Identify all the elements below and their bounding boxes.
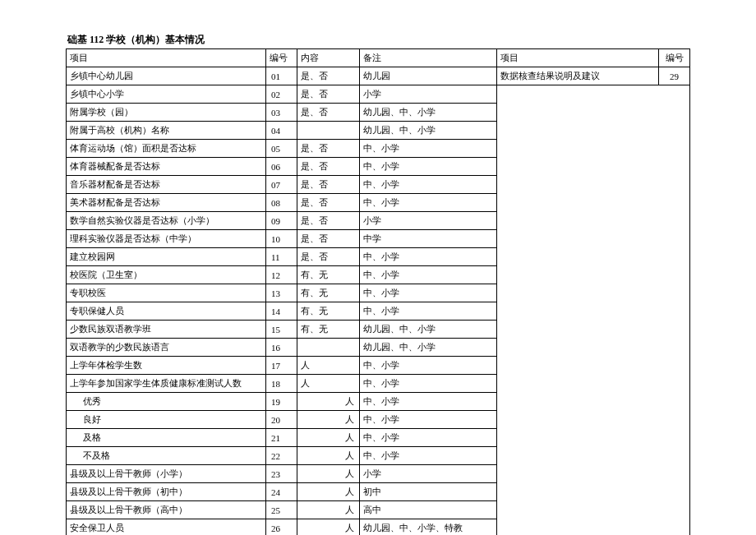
header-item-left: 项目 — [67, 49, 266, 67]
cell-remark: 高中 — [359, 501, 496, 519]
cell-item: 上学年参加国家学生体质健康标准测试人数 — [67, 375, 266, 393]
cell-num: 03 — [265, 104, 297, 122]
cell-remark: 中、小学 — [359, 248, 496, 266]
table-header-row: 项目 编号 内容 备注 项目 编号 — [67, 49, 690, 67]
cell-remark: 中、小学 — [359, 393, 496, 411]
cell-remark: 中、小学 — [359, 429, 496, 447]
cell-num: 10 — [265, 230, 297, 248]
header-item-right: 项目 — [496, 49, 658, 67]
cell-item: 附属学校（园） — [67, 104, 266, 122]
cell-content — [297, 122, 359, 140]
cell-content: 是、否 — [297, 158, 359, 176]
cell-num: 15 — [265, 321, 297, 339]
header-num-right: 编号 — [659, 49, 690, 67]
cell-num: 23 — [265, 465, 297, 483]
cell-item: 建立校园网 — [67, 248, 266, 266]
cell-num: 19 — [265, 393, 297, 411]
cell-item: 县级及以上骨干教师（高中） — [67, 501, 266, 519]
cell-content: 人 — [297, 519, 359, 536]
cell-item: 附属于高校（机构）名称 — [67, 122, 266, 140]
cell-content: 是、否 — [297, 104, 359, 122]
cell-content: 有、无 — [297, 266, 359, 284]
cell-num: 20 — [265, 411, 297, 429]
cell-remark: 中、小学 — [359, 140, 496, 158]
cell-content: 是、否 — [297, 67, 359, 85]
cell-item: 专职保健人员 — [67, 302, 266, 321]
cell-num: 25 — [265, 501, 297, 519]
cell-content: 是、否 — [297, 212, 359, 230]
cell-remark: 初中 — [359, 483, 496, 501]
cell-num: 01 — [265, 67, 297, 85]
cell-content: 人 — [297, 501, 359, 519]
cell-content: 人 — [297, 411, 359, 429]
cell-remark: 中学 — [359, 230, 496, 248]
cell-item: 少数民族双语教学班 — [67, 321, 266, 339]
cell-num: 17 — [265, 357, 297, 375]
cell-item: 美术器材配备是否达标 — [67, 194, 266, 212]
cell-content: 是、否 — [297, 176, 359, 194]
cell-content: 是、否 — [297, 194, 359, 212]
cell-content: 有、无 — [297, 284, 359, 302]
cell-content: 有、无 — [297, 321, 359, 339]
cell-remark: 中、小学 — [359, 357, 496, 375]
cell-num: 14 — [265, 302, 297, 321]
cell-item: 乡镇中心幼儿园 — [67, 67, 266, 85]
cell-remark: 中、小学 — [359, 176, 496, 194]
cell-num: 07 — [265, 176, 297, 194]
cell-remark: 中、小学 — [359, 447, 496, 465]
header-content: 内容 — [297, 49, 359, 67]
header-remark: 备注 — [359, 49, 496, 67]
cell-item: 双语教学的少数民族语言 — [67, 339, 266, 357]
cell-num: 12 — [265, 266, 297, 284]
cell-content: 是、否 — [297, 140, 359, 158]
cell-content: 有、无 — [297, 302, 359, 321]
cell-remark: 中、小学 — [359, 194, 496, 212]
cell-remark: 中、小学 — [359, 284, 496, 302]
cell-remark: 中、小学 — [359, 302, 496, 321]
cell-remark: 小学 — [359, 465, 496, 483]
cell-remark: 幼儿园 — [359, 67, 496, 85]
cell-item: 上学年体检学生数 — [67, 357, 266, 375]
cell-remark: 中、小学 — [359, 375, 496, 393]
cell-content: 人 — [297, 357, 359, 375]
cell-item: 安全保卫人员 — [67, 519, 266, 536]
cell-num: 06 — [265, 158, 297, 176]
cell-remark: 幼儿园、中、小学、特教 — [359, 519, 496, 536]
cell-content: 是、否 — [297, 230, 359, 248]
cell-item: 良好 — [67, 411, 266, 429]
cell-content: 是、否 — [297, 248, 359, 266]
cell-remark: 幼儿园、中、小学 — [359, 339, 496, 357]
cell-item: 校医院（卫生室） — [67, 266, 266, 284]
cell-item: 理科实验仪器是否达标（中学） — [67, 230, 266, 248]
cell-content — [297, 339, 359, 357]
cell-num: 13 — [265, 284, 297, 302]
table-row: 乡镇中心幼儿园01是、否幼儿园数据核查结果说明及建议29 — [67, 67, 690, 85]
cell-num: 09 — [265, 212, 297, 230]
cell-remark: 中、小学 — [359, 158, 496, 176]
cell-num: 18 — [265, 375, 297, 393]
cell-right-num: 29 — [659, 67, 690, 85]
cell-content: 人 — [297, 465, 359, 483]
cell-num: 08 — [265, 194, 297, 212]
document-title: 础基 112 学校（机构）基本情况 — [66, 33, 690, 47]
cell-content: 人 — [297, 429, 359, 447]
cell-item: 不及格 — [67, 447, 266, 465]
cell-item: 专职校医 — [67, 284, 266, 302]
cell-item: 数学自然实验仪器是否达标（小学） — [67, 212, 266, 230]
cell-item: 体育运动场（馆）面积是否达标 — [67, 140, 266, 158]
cell-item: 县级及以上骨干教师（初中） — [67, 483, 266, 501]
cell-content: 人 — [297, 447, 359, 465]
cell-content: 人 — [297, 375, 359, 393]
cell-item: 优秀 — [67, 393, 266, 411]
cell-remark: 小学 — [359, 212, 496, 230]
cell-right-merged — [496, 85, 689, 536]
cell-content: 是、否 — [297, 85, 359, 104]
cell-remark: 幼儿园、中、小学 — [359, 104, 496, 122]
cell-num: 05 — [265, 140, 297, 158]
cell-num: 24 — [265, 483, 297, 501]
cell-remark: 幼儿园、中、小学 — [359, 321, 496, 339]
cell-num: 11 — [265, 248, 297, 266]
cell-item: 乡镇中心小学 — [67, 85, 266, 104]
cell-num: 02 — [265, 85, 297, 104]
cell-item: 县级及以上骨干教师（小学） — [67, 465, 266, 483]
